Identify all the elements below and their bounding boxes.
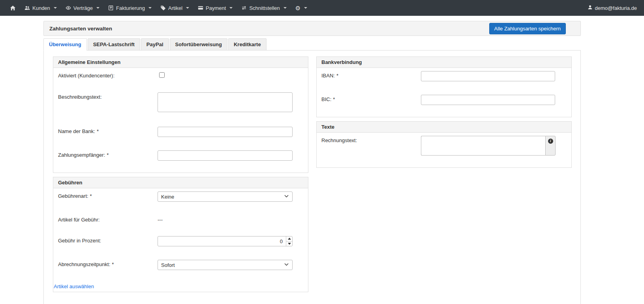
fee-type-label: Gebührenart:* <box>58 191 158 199</box>
general-settings-panel: Allgemeine Einstellungen Aktiviert (Kund… <box>53 56 308 173</box>
texts-panel: Texte Rechnungstext: i <box>316 121 572 168</box>
tab-content-panel: Allgemeine Einstellungen Aktiviert (Kund… <box>43 50 581 304</box>
iban-label: IBAN:* <box>321 71 421 79</box>
gear-icon: ⚙ <box>295 5 300 11</box>
nav-schnittstellen[interactable]: Schnittstellen <box>237 0 291 16</box>
billing-time-select[interactable]: Sofort <box>158 260 293 270</box>
texts-title: Texte <box>317 122 571 133</box>
payee-row: Zahlungsempfänger:* <box>58 150 303 161</box>
nav-schnittstellen-label: Schnittstellen <box>249 5 280 11</box>
info-addon-button[interactable]: i <box>545 136 556 156</box>
home-icon <box>10 5 16 11</box>
nav-settings[interactable]: ⚙ <box>291 0 312 16</box>
caret-down-icon <box>54 7 57 9</box>
invoice-text-row: Rechnungstext: i <box>321 136 567 156</box>
nav-artikel[interactable]: Artikel <box>156 0 193 16</box>
activated-row: Aktiviert (Kundencenter): <box>58 71 303 79</box>
tab-sofortueberweisung[interactable]: Sofortüberweisung <box>170 38 227 51</box>
fee-type-selected-value: Keine <box>161 194 174 200</box>
spin-down-button[interactable] <box>286 242 292 246</box>
billing-time-row: Abrechnungszeitpunkt:* Sofort <box>58 260 303 270</box>
fee-percent-label: Gebühr in Prozent: <box>58 236 158 244</box>
fee-article-label: Artikel für Gebühr: <box>58 215 158 223</box>
billing-time-selected-value: Sofort <box>161 262 175 268</box>
select-article-link[interactable]: Artikel auswählen <box>54 283 94 289</box>
description-row: Beschreibungstext: <box>58 92 303 113</box>
info-icon: i <box>548 139 553 144</box>
tab-sepa-lastschrift[interactable]: SEPA-Lastschrift <box>88 38 140 51</box>
fee-percent-row: Gebühr in Prozent: <box>58 236 303 246</box>
payment-method-tabs: Überweisung SEPA-Lastschrift PayPal Sofo… <box>43 38 581 50</box>
spin-up-button[interactable] <box>286 236 292 242</box>
invoice-text-textarea[interactable] <box>421 136 545 156</box>
triangle-down-icon <box>288 243 291 245</box>
nav-fakturierung[interactable]: Fakturierung <box>104 0 156 16</box>
caret-down-icon <box>284 7 287 9</box>
tag-icon <box>160 5 166 11</box>
iban-row: IBAN:* <box>321 71 567 81</box>
general-settings-title: Allgemeine Einstellungen <box>53 57 308 68</box>
bank-name-label: Name der Bank:* <box>58 127 158 134</box>
card-header: Zahlungsarten verwalten Alle Zahlungsart… <box>43 21 581 36</box>
fees-panel: Gebühren Gebührenart:* Keine <box>53 177 308 292</box>
activated-label: Aktiviert (Kundencenter): <box>58 71 158 79</box>
number-spinner <box>286 236 292 246</box>
bank-name-input[interactable] <box>158 127 293 137</box>
triangle-up-icon <box>288 238 291 240</box>
bank-details-panel: Bankverbindung IBAN:* BIC: <box>316 56 572 117</box>
nav-vertraege-label: Verträge <box>73 5 93 11</box>
nav-home[interactable] <box>6 0 20 16</box>
fee-percent-input[interactable] <box>158 236 293 246</box>
top-navbar: Kunden Verträge Fakturierung Artikel Pay… <box>0 0 644 16</box>
tab-kreditkarte[interactable]: Kreditkarte <box>228 38 267 51</box>
save-all-payment-methods-button[interactable]: Alle Zahlungsarten speichern <box>489 23 566 34</box>
required-marker: * <box>97 128 99 134</box>
exchange-icon <box>241 5 247 11</box>
description-textarea[interactable] <box>158 92 293 112</box>
bic-row: BIC:* <box>321 95 567 105</box>
required-marker: * <box>90 193 92 199</box>
tab-ueberweisung[interactable]: Überweisung <box>43 38 87 51</box>
bic-input[interactable] <box>421 95 555 105</box>
users-icon <box>24 5 30 11</box>
iban-input[interactable] <box>421 71 555 81</box>
invoice-text-label: Rechnungstext: <box>321 136 421 143</box>
required-marker: * <box>333 96 335 102</box>
page-container: Zahlungsarten verwalten Alle Zahlungsart… <box>43 21 581 304</box>
nav-payment[interactable]: Payment <box>193 0 237 16</box>
bank-name-row: Name der Bank:* <box>58 127 303 137</box>
activated-checkbox[interactable] <box>159 72 165 78</box>
bank-details-title: Bankverbindung <box>317 57 571 68</box>
required-marker: * <box>112 261 114 267</box>
payee-label: Zahlungsempfänger:* <box>58 150 158 158</box>
billing-time-label: Abrechnungszeitpunkt:* <box>58 260 158 267</box>
caret-down-icon <box>96 7 100 9</box>
user-menu[interactable]: demo@fakturia.de <box>586 5 638 11</box>
user-email: demo@fakturia.de <box>595 5 637 11</box>
contracts-icon <box>66 5 71 11</box>
caret-down-icon <box>186 7 189 9</box>
required-marker: * <box>336 73 338 79</box>
page-title: Zahlungsarten verwalten <box>49 26 112 32</box>
nav-artikel-label: Artikel <box>168 5 182 11</box>
fee-type-select[interactable]: Keine <box>158 191 293 202</box>
bic-label: BIC:* <box>321 95 421 102</box>
user-icon <box>588 5 593 11</box>
nav-payment-label: Payment <box>206 5 226 11</box>
fees-title: Gebühren <box>53 177 308 188</box>
required-marker: * <box>107 152 109 158</box>
chevron-down-icon <box>284 262 289 268</box>
book-icon <box>108 5 114 11</box>
nav-kunden[interactable]: Kunden <box>20 0 61 16</box>
fee-article-row: Artikel für Gebühr: --- <box>58 215 303 223</box>
caret-down-icon <box>229 7 233 9</box>
nav-vertraege[interactable]: Verträge <box>61 0 104 16</box>
description-label: Beschreibungstext: <box>58 92 158 100</box>
tab-paypal[interactable]: PayPal <box>141 38 169 51</box>
payee-input[interactable] <box>158 150 293 161</box>
fee-type-row: Gebührenart:* Keine <box>58 191 303 202</box>
fee-article-value: --- <box>158 215 163 223</box>
caret-down-icon <box>304 7 307 9</box>
credit-card-icon <box>198 5 203 11</box>
chevron-down-icon <box>284 193 289 200</box>
